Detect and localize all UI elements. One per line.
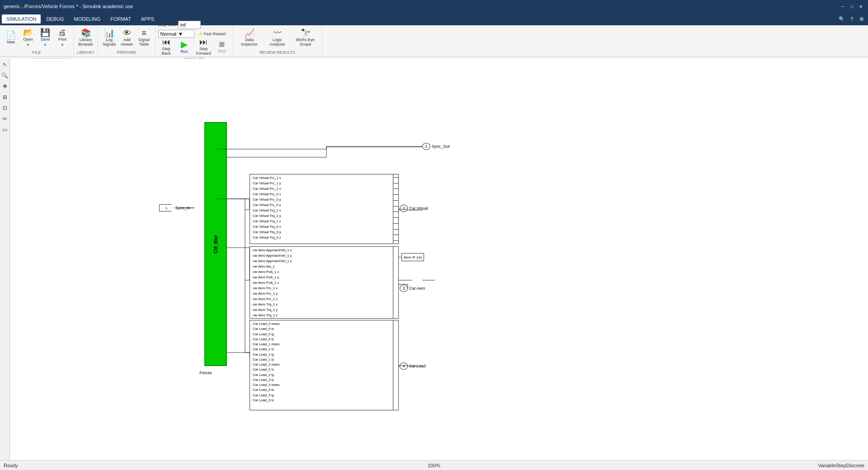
step-back-icon: ⏮ xyxy=(162,38,170,46)
car-load-block[interactable]: Car Load_0 mass Car Load_0 tx Car Load_0… xyxy=(250,320,399,410)
rect-tool[interactable]: ▭ xyxy=(1,126,9,134)
print-button[interactable]: 🖨 Print ▼ xyxy=(54,27,71,49)
minimize-button[interactable]: ─ xyxy=(839,3,846,10)
library-browser-button[interactable]: 📚 Library Browser xyxy=(76,27,95,49)
stop-label: Stop xyxy=(217,49,226,54)
car-aero-ports xyxy=(393,247,398,318)
toolbar-library-group: 📚 Library Browser LIBRARY xyxy=(74,26,98,56)
stop-time-input[interactable] xyxy=(178,21,201,29)
forces-label: Forces xyxy=(194,371,217,375)
simulate-mode-dropdown[interactable]: Normal ▼ xyxy=(158,30,194,38)
car-virtual-label: Car.Virtual xyxy=(409,206,428,211)
step-back-label: Step Back xyxy=(162,47,171,56)
signal-icon: ≡ xyxy=(142,29,146,37)
toolbar-file-group: 📄 New 📂 Open ▼ 💾 Save ▼ 🖨 Print ▼ FILE xyxy=(0,26,74,56)
car-virtual-out[interactable]: 2 Car.Virtual xyxy=(400,205,428,212)
open-icon: 📂 xyxy=(23,28,33,37)
library-buttons: 📚 Library Browser xyxy=(76,26,95,49)
viewer-label: Add Viewer xyxy=(121,38,133,47)
menubar-right: 🔍 ? ⚙ xyxy=(837,14,866,24)
car-aero-block[interactable]: car Aero ApproachVel_1 x car Aero Approa… xyxy=(250,246,399,319)
sync-out-block[interactable]: 1 Sync_Out xyxy=(422,143,450,150)
run-button[interactable]: ▶ Run xyxy=(175,38,193,56)
library-label-group: LIBRARY xyxy=(76,49,95,56)
car-virtual-signals: Car Virtual Frc_1 x Car Virtual Frc_1 y … xyxy=(250,174,398,241)
aero-if-block[interactable]: Aero IF (m) xyxy=(401,253,424,261)
stop-button[interactable]: ⏹ Stop xyxy=(214,38,230,56)
cm-block[interactable]: CM_Bler xyxy=(204,122,227,366)
step-forward-button[interactable]: ⏭ Step Forward xyxy=(194,38,213,56)
titlebar: generic.../Forces/Vehicle Forces * - Sim… xyxy=(0,0,868,13)
diagram: 1 Sync_In CM_Bler Forces 1 Sync_Out Car … xyxy=(10,59,868,460)
open-button[interactable]: 📂 Open ▼ xyxy=(20,27,36,49)
new-button[interactable]: 📄 New xyxy=(3,27,19,49)
statusbar: Ready 100% VariableStepDiscrete xyxy=(0,460,868,470)
close-button[interactable]: ✕ xyxy=(857,3,864,10)
menubar: SIMULATION DEBUG MODELING FORMAT APPS 🔍 … xyxy=(0,13,868,25)
prepare-label: PREPARE xyxy=(101,49,152,56)
zoom-level: 100% xyxy=(428,463,440,468)
step-back-button[interactable]: ⏮ Step Back xyxy=(158,38,175,56)
annotate-tool[interactable]: ✏ xyxy=(1,115,9,123)
car-aero-out[interactable]: 3 Car.Aero xyxy=(400,285,425,292)
fit-tool[interactable]: ⊞ xyxy=(1,93,9,101)
toolbar: 📄 New 📂 Open ▼ 💾 Save ▼ 🖨 Print ▼ FILE xyxy=(0,25,868,57)
menu-modeling[interactable]: MODELING xyxy=(70,14,105,24)
maximize-button[interactable]: □ xyxy=(848,3,855,10)
data-inspector-icon: 📈 xyxy=(245,29,255,37)
pan-tool[interactable]: ✥ xyxy=(1,82,9,90)
solver-text: VariableStepDiscrete xyxy=(818,463,864,468)
menu-format[interactable]: FORMAT xyxy=(106,14,136,24)
data-inspector-button[interactable]: 📈 Data Inspector xyxy=(236,27,263,49)
logic-analyzer-icon: 〰 xyxy=(274,29,282,37)
birds-eye-label: Bird's-Eye Scope xyxy=(296,38,315,47)
log-icon: 📊 xyxy=(104,29,114,37)
print-icon: 🖨 xyxy=(58,28,66,37)
search-icon[interactable]: 🔍 xyxy=(837,14,846,24)
stop-icon: ⏹ xyxy=(218,40,226,48)
car-load-signals: Car Load_0 mass Car Load_0 tx Car Load_0… xyxy=(250,320,398,404)
open-arrow: ▼ xyxy=(26,43,30,47)
signal-table-button[interactable]: ≡ Signal Table xyxy=(136,27,152,49)
car-virtual-ports xyxy=(393,174,398,244)
settings-icon[interactable]: ⚙ xyxy=(857,14,866,24)
car-load-out[interactable]: 4 Car.Load xyxy=(400,362,426,370)
pointer-tool[interactable]: ↖ xyxy=(1,61,9,69)
stop-time-label: Stop Time xyxy=(158,23,177,27)
save-button[interactable]: 💾 Save ▼ xyxy=(37,27,53,49)
menu-debug[interactable]: DEBUG xyxy=(42,14,68,24)
fast-restart-button[interactable]: ⚡ Fast Restart xyxy=(196,31,228,37)
out4-circle: 4 xyxy=(400,362,408,370)
title-text: generic.../Forces/Vehicle Forces * - Sim… xyxy=(4,4,133,9)
fast-restart-label: Fast Restart xyxy=(204,32,226,36)
help-icon[interactable]: ? xyxy=(847,14,856,24)
menu-simulation[interactable]: SIMULATION xyxy=(2,14,41,24)
new-label: New xyxy=(7,40,15,45)
canvas-area[interactable]: 1 Sync_In CM_Bler Forces 1 Sync_Out Car … xyxy=(10,59,868,460)
print-arrow: ▼ xyxy=(61,43,64,47)
cm-block-label: CM_Bler xyxy=(213,235,218,254)
dropdown-arrow: ▼ xyxy=(178,31,183,37)
out2-circle: 2 xyxy=(400,205,408,212)
left-sidebar: ↖ 🔍 ✥ ⊞ ⊡ ✏ ▭ xyxy=(0,59,10,460)
log-label: Log Signals xyxy=(103,38,116,47)
aero-if-label: Aero IF (m) xyxy=(404,255,422,259)
add-viewer-button[interactable]: 👁 Add Viewer xyxy=(119,27,135,49)
run-icon: ▶ xyxy=(181,40,188,49)
zoom-in-tool[interactable]: 🔍 xyxy=(1,71,9,80)
save-label: Save xyxy=(41,38,50,42)
grid-tool[interactable]: ⊡ xyxy=(1,104,9,112)
data-inspector-label: Data Inspector xyxy=(241,38,258,47)
signal-label: Signal Table xyxy=(138,38,150,47)
window-controls: ─ □ ✕ xyxy=(839,3,864,10)
sync-in-block[interactable]: 1 Sync_In xyxy=(159,204,190,212)
review-buttons: 📈 Data Inspector 〰 Logic Analyzer 🔭 Bird… xyxy=(236,26,319,49)
birds-eye-button[interactable]: 🔭 Bird's-Eye Scope xyxy=(292,27,319,49)
menu-apps[interactable]: APPS xyxy=(137,14,159,24)
prepare-buttons: 📊 Log Signals 👁 Add Viewer ≡ Signal Tabl… xyxy=(101,26,152,49)
logic-analyzer-label: Logic Analyzer xyxy=(269,38,285,47)
log-signals-button[interactable]: 📊 Log Signals xyxy=(101,27,118,49)
logic-analyzer-button[interactable]: 〰 Logic Analyzer xyxy=(264,27,291,49)
birds-eye-icon: 🔭 xyxy=(301,29,311,37)
car-virtual-block[interactable]: Car Virtual Frc_1 x Car Virtual Frc_1 y … xyxy=(250,174,399,244)
